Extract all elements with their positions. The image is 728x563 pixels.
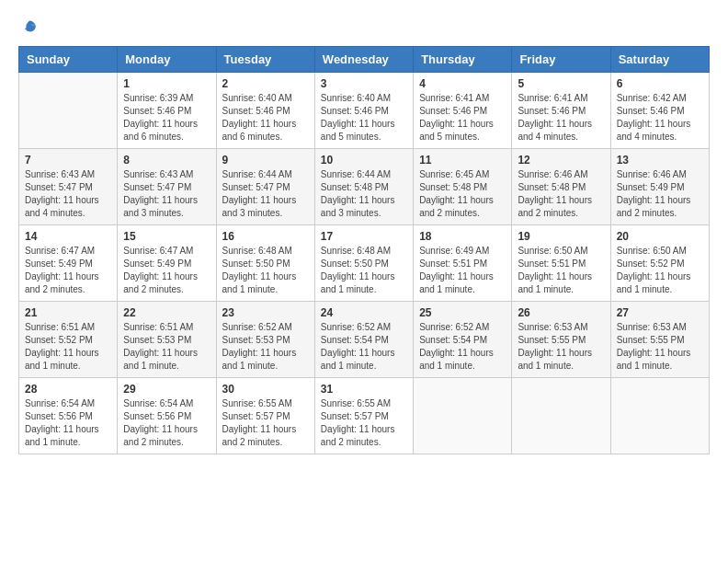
day-number: 19 bbox=[518, 230, 604, 243]
calendar-cell bbox=[610, 378, 709, 454]
day-number: 17 bbox=[321, 230, 407, 243]
week-row-2: 7Sunrise: 6:43 AM Sunset: 5:47 PM Daylig… bbox=[19, 149, 710, 225]
calendar-cell: 21Sunrise: 6:51 AM Sunset: 5:52 PM Dayli… bbox=[19, 302, 118, 378]
calendar-body: 1Sunrise: 6:39 AM Sunset: 5:46 PM Daylig… bbox=[19, 73, 710, 454]
day-number: 16 bbox=[222, 230, 309, 243]
day-info: Sunrise: 6:53 AM Sunset: 5:55 PM Dayligh… bbox=[617, 321, 703, 373]
logo-bird-icon bbox=[20, 18, 39, 37]
calendar-cell: 28Sunrise: 6:54 AM Sunset: 5:56 PM Dayli… bbox=[19, 378, 118, 454]
logo bbox=[18, 18, 39, 37]
day-number: 13 bbox=[617, 154, 703, 167]
day-header-thursday: Thursday bbox=[414, 47, 512, 73]
day-info: Sunrise: 6:52 AM Sunset: 5:54 PM Dayligh… bbox=[419, 321, 506, 373]
day-number: 20 bbox=[617, 230, 703, 243]
week-row-5: 28Sunrise: 6:54 AM Sunset: 5:56 PM Dayli… bbox=[19, 378, 710, 454]
calendar-cell bbox=[512, 378, 610, 454]
day-number: 9 bbox=[222, 154, 309, 167]
day-number: 12 bbox=[518, 154, 604, 167]
week-row-3: 14Sunrise: 6:47 AM Sunset: 5:49 PM Dayli… bbox=[19, 225, 710, 302]
day-number: 31 bbox=[321, 383, 407, 396]
calendar-cell: 3Sunrise: 6:40 AM Sunset: 5:46 PM Daylig… bbox=[314, 73, 413, 149]
day-number: 5 bbox=[518, 77, 604, 90]
calendar-table: SundayMondayTuesdayWednesdayThursdayFrid… bbox=[18, 46, 710, 454]
calendar-cell: 25Sunrise: 6:52 AM Sunset: 5:54 PM Dayli… bbox=[414, 302, 512, 378]
day-info: Sunrise: 6:48 AM Sunset: 5:50 PM Dayligh… bbox=[321, 245, 407, 296]
day-header-saturday: Saturday bbox=[610, 47, 709, 73]
day-number: 1 bbox=[123, 77, 210, 90]
day-number: 28 bbox=[25, 383, 111, 396]
calendar-cell: 26Sunrise: 6:53 AM Sunset: 5:55 PM Dayli… bbox=[512, 302, 610, 378]
calendar-cell: 12Sunrise: 6:46 AM Sunset: 5:48 PM Dayli… bbox=[512, 149, 610, 225]
calendar-cell: 31Sunrise: 6:55 AM Sunset: 5:57 PM Dayli… bbox=[314, 378, 413, 454]
day-number: 27 bbox=[617, 306, 703, 319]
day-info: Sunrise: 6:42 AM Sunset: 5:46 PM Dayligh… bbox=[617, 92, 703, 144]
day-info: Sunrise: 6:50 AM Sunset: 5:51 PM Dayligh… bbox=[518, 245, 604, 296]
day-header-tuesday: Tuesday bbox=[216, 47, 314, 73]
day-info: Sunrise: 6:45 AM Sunset: 5:48 PM Dayligh… bbox=[419, 168, 506, 220]
calendar-cell: 9Sunrise: 6:44 AM Sunset: 5:47 PM Daylig… bbox=[216, 149, 314, 225]
day-info: Sunrise: 6:53 AM Sunset: 5:55 PM Dayligh… bbox=[518, 321, 604, 373]
calendar-cell bbox=[19, 73, 118, 149]
day-number: 2 bbox=[222, 77, 309, 90]
week-row-1: 1Sunrise: 6:39 AM Sunset: 5:46 PM Daylig… bbox=[19, 73, 710, 149]
calendar-cell: 14Sunrise: 6:47 AM Sunset: 5:49 PM Dayli… bbox=[19, 225, 118, 302]
calendar-cell: 24Sunrise: 6:52 AM Sunset: 5:54 PM Dayli… bbox=[314, 302, 413, 378]
day-info: Sunrise: 6:40 AM Sunset: 5:46 PM Dayligh… bbox=[222, 92, 309, 144]
day-header-sunday: Sunday bbox=[19, 47, 118, 73]
calendar-cell: 5Sunrise: 6:41 AM Sunset: 5:46 PM Daylig… bbox=[512, 73, 610, 149]
day-info: Sunrise: 6:46 AM Sunset: 5:48 PM Dayligh… bbox=[518, 168, 604, 220]
day-info: Sunrise: 6:54 AM Sunset: 5:56 PM Dayligh… bbox=[25, 397, 111, 449]
day-number: 4 bbox=[419, 77, 506, 90]
day-info: Sunrise: 6:51 AM Sunset: 5:53 PM Dayligh… bbox=[123, 321, 210, 373]
day-number: 18 bbox=[419, 230, 506, 243]
day-info: Sunrise: 6:48 AM Sunset: 5:50 PM Dayligh… bbox=[222, 245, 309, 296]
day-info: Sunrise: 6:52 AM Sunset: 5:54 PM Dayligh… bbox=[321, 321, 407, 373]
day-info: Sunrise: 6:46 AM Sunset: 5:49 PM Dayligh… bbox=[617, 168, 703, 220]
days-row: SundayMondayTuesdayWednesdayThursdayFrid… bbox=[19, 47, 710, 73]
calendar-cell: 2Sunrise: 6:40 AM Sunset: 5:46 PM Daylig… bbox=[216, 73, 314, 149]
day-info: Sunrise: 6:41 AM Sunset: 5:46 PM Dayligh… bbox=[518, 92, 604, 144]
day-header-monday: Monday bbox=[118, 47, 216, 73]
day-info: Sunrise: 6:43 AM Sunset: 5:47 PM Dayligh… bbox=[123, 168, 210, 220]
day-number: 21 bbox=[25, 306, 111, 319]
calendar-cell: 20Sunrise: 6:50 AM Sunset: 5:52 PM Dayli… bbox=[610, 225, 709, 302]
day-info: Sunrise: 6:50 AM Sunset: 5:52 PM Dayligh… bbox=[617, 245, 703, 296]
calendar-cell: 17Sunrise: 6:48 AM Sunset: 5:50 PM Dayli… bbox=[314, 225, 413, 302]
day-number: 3 bbox=[321, 77, 407, 90]
day-number: 22 bbox=[123, 306, 210, 319]
calendar-cell: 11Sunrise: 6:45 AM Sunset: 5:48 PM Dayli… bbox=[414, 149, 512, 225]
calendar-cell: 15Sunrise: 6:47 AM Sunset: 5:49 PM Dayli… bbox=[118, 225, 216, 302]
day-header-wednesday: Wednesday bbox=[314, 47, 413, 73]
calendar-cell: 7Sunrise: 6:43 AM Sunset: 5:47 PM Daylig… bbox=[19, 149, 118, 225]
day-number: 29 bbox=[123, 383, 210, 396]
calendar-cell: 30Sunrise: 6:55 AM Sunset: 5:57 PM Dayli… bbox=[216, 378, 314, 454]
day-info: Sunrise: 6:51 AM Sunset: 5:52 PM Dayligh… bbox=[25, 321, 111, 373]
day-number: 7 bbox=[25, 154, 111, 167]
calendar-cell: 29Sunrise: 6:54 AM Sunset: 5:56 PM Dayli… bbox=[118, 378, 216, 454]
day-number: 14 bbox=[25, 230, 111, 243]
day-info: Sunrise: 6:47 AM Sunset: 5:49 PM Dayligh… bbox=[25, 245, 111, 296]
day-info: Sunrise: 6:47 AM Sunset: 5:49 PM Dayligh… bbox=[123, 245, 210, 296]
calendar-cell: 23Sunrise: 6:52 AM Sunset: 5:53 PM Dayli… bbox=[216, 302, 314, 378]
day-info: Sunrise: 6:44 AM Sunset: 5:47 PM Dayligh… bbox=[222, 168, 309, 220]
calendar-cell: 19Sunrise: 6:50 AM Sunset: 5:51 PM Dayli… bbox=[512, 225, 610, 302]
calendar-header: SundayMondayTuesdayWednesdayThursdayFrid… bbox=[19, 47, 710, 73]
day-info: Sunrise: 6:44 AM Sunset: 5:48 PM Dayligh… bbox=[321, 168, 407, 220]
day-number: 25 bbox=[419, 306, 506, 319]
calendar-cell: 18Sunrise: 6:49 AM Sunset: 5:51 PM Dayli… bbox=[414, 225, 512, 302]
day-number: 30 bbox=[222, 383, 309, 396]
week-row-4: 21Sunrise: 6:51 AM Sunset: 5:52 PM Dayli… bbox=[19, 302, 710, 378]
calendar-cell: 10Sunrise: 6:44 AM Sunset: 5:48 PM Dayli… bbox=[314, 149, 413, 225]
day-info: Sunrise: 6:43 AM Sunset: 5:47 PM Dayligh… bbox=[25, 168, 111, 220]
calendar-cell bbox=[414, 378, 512, 454]
day-info: Sunrise: 6:55 AM Sunset: 5:57 PM Dayligh… bbox=[222, 397, 309, 449]
day-number: 26 bbox=[518, 306, 604, 319]
calendar-cell: 16Sunrise: 6:48 AM Sunset: 5:50 PM Dayli… bbox=[216, 225, 314, 302]
calendar-cell: 13Sunrise: 6:46 AM Sunset: 5:49 PM Dayli… bbox=[610, 149, 709, 225]
day-info: Sunrise: 6:40 AM Sunset: 5:46 PM Dayligh… bbox=[321, 92, 407, 144]
calendar-cell: 22Sunrise: 6:51 AM Sunset: 5:53 PM Dayli… bbox=[118, 302, 216, 378]
day-info: Sunrise: 6:39 AM Sunset: 5:46 PM Dayligh… bbox=[123, 92, 210, 144]
day-number: 11 bbox=[419, 154, 506, 167]
calendar-cell: 6Sunrise: 6:42 AM Sunset: 5:46 PM Daylig… bbox=[610, 73, 709, 149]
day-number: 23 bbox=[222, 306, 309, 319]
